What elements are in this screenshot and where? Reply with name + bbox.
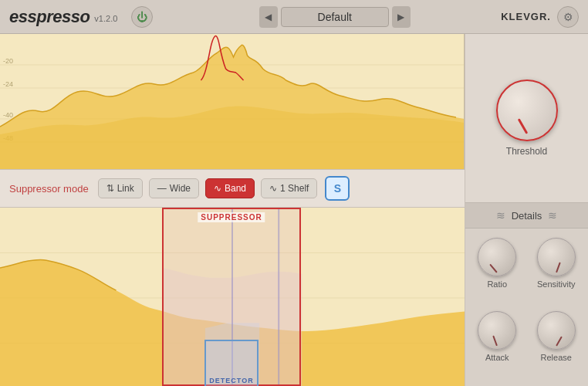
link-icon: ⇅ (106, 183, 114, 194)
ratio-knob[interactable] (478, 238, 516, 276)
sensitivity-knob-indicator (556, 262, 561, 273)
threshold-knob-outer (496, 80, 558, 141)
release-label: Release (541, 353, 572, 362)
details-title: Details (512, 210, 542, 222)
attack-knob-indicator (493, 336, 498, 347)
preset-navigation: ◀ Default ▶ (168, 6, 501, 28)
band-icon: ∿ (214, 183, 221, 194)
details-knobs-grid: Ratio Sensitivity Attack (465, 229, 588, 386)
detector-overlay: DETECTOR (204, 340, 259, 386)
app-logo: esspresso (9, 7, 90, 27)
release-knob[interactable] (537, 311, 576, 350)
shelf-icon: ∿ (269, 183, 277, 194)
s-button[interactable]: S (325, 176, 350, 201)
svg-text:-20: -20 (3, 57, 13, 65)
sensitivity-knob-container: Sensitivity (531, 238, 583, 303)
settings-button[interactable]: ⚙ (557, 6, 579, 28)
attack-knob-container: Attack (471, 311, 523, 377)
mode-band-button[interactable]: ∿ Band (205, 178, 255, 198)
right-panel: Threshold ≋ Details ≋ Ratio (465, 34, 588, 386)
sensitivity-label: Sensitivity (537, 279, 576, 289)
spectrum-top: -20 -24 -40 -48 (0, 34, 465, 169)
preset-prev-button[interactable]: ◀ (259, 6, 278, 28)
preset-name-display: Default (281, 7, 389, 27)
klevgr-logo: KLEVGR. (501, 11, 551, 22)
details-panel: ≋ Details ≋ Ratio Sensitivity (465, 203, 588, 386)
wide-icon: — (157, 183, 167, 194)
mode-shelf-label: 1 Shelf (280, 183, 309, 194)
ratio-knob-container: Ratio (471, 238, 523, 303)
mode-band-label: Band (225, 183, 246, 194)
details-header: ≋ Details ≋ (465, 203, 588, 229)
mode-bar: Suppressor mode ⇅ Link — Wide ∿ Band ∿ 1… (0, 169, 465, 208)
detector-label: DETECTOR (209, 377, 253, 384)
header-bar: esspresso v1.2.0 ⏻ ◀ Default ▶ KLEVGR. ⚙ (0, 0, 588, 34)
svg-text:-24: -24 (3, 80, 13, 88)
suppressor-label: SUPPRESSOR (198, 212, 265, 222)
threshold-label: Threshold (506, 146, 547, 157)
details-wave-left: ≋ (496, 209, 505, 222)
release-knob-indicator (556, 336, 563, 346)
mode-link-label: Link (117, 183, 134, 194)
mode-link-button[interactable]: ⇅ Link (98, 178, 143, 198)
power-button[interactable]: ⏻ (131, 6, 153, 28)
details-wave-right: ≋ (548, 209, 557, 222)
release-knob-container: Release (531, 311, 583, 377)
left-panel: -20 -24 -40 -48 Suppressor mode ⇅ Link (0, 34, 465, 386)
mode-wide-label: Wide (170, 183, 191, 194)
preset-next-button[interactable]: ▶ (392, 6, 411, 28)
spectrum-svg-top: -20 -24 -40 -48 (0, 34, 464, 169)
threshold-area: Threshold (465, 34, 588, 203)
ratio-knob-indicator (489, 264, 498, 273)
mode-wide-button[interactable]: — Wide (149, 178, 199, 198)
main-content: -20 -24 -40 -48 Suppressor mode ⇅ Link (0, 34, 588, 386)
sensitivity-knob[interactable] (537, 238, 576, 276)
threshold-knob[interactable] (496, 80, 558, 141)
app-version: v1.2.0 (94, 14, 117, 23)
mode-shelf-button[interactable]: ∿ 1 Shelf (261, 178, 317, 198)
spectrum-bottom: SUPPRESSOR DETECTOR (0, 208, 465, 386)
mode-bar-label: Suppressor mode (9, 183, 89, 195)
threshold-knob-container: Threshold (496, 80, 558, 157)
ratio-label: Ratio (487, 279, 507, 289)
svg-text:-40: -40 (3, 111, 13, 119)
attack-label: Attack (485, 353, 509, 362)
threshold-knob-indicator (517, 118, 528, 134)
attack-knob[interactable] (478, 311, 516, 350)
